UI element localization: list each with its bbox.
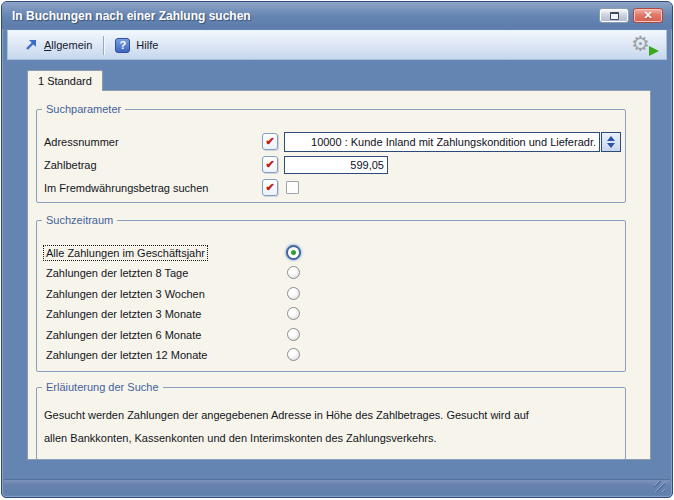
toolbar-item-hilfe[interactable]: ? Hilfe (109, 35, 164, 56)
period-option-label[interactable]: Zahlungen der letzten 6 Monate (44, 328, 203, 342)
dialog-window: In Buchungen nach einer Zahlung suchen ✕… (1, 1, 673, 498)
toolbar: Allgemein ? Hilfe ⚙ (7, 30, 667, 60)
spinner-down-icon (607, 143, 615, 148)
toolbar-item-label: Allgemein (44, 39, 92, 51)
address-combo: 10000 : Kunde Inland mit Zahlungskonditi… (284, 132, 621, 152)
radio-button[interactable] (287, 348, 300, 361)
period-option-label[interactable]: Zahlungen der letzten 12 Monate (44, 348, 209, 362)
help-icon: ? (115, 38, 130, 53)
address-label: Adressnummer (44, 136, 262, 148)
period-option-label[interactable]: Zahlungen der letzten 3 Wochen (44, 287, 207, 301)
radio-button-selected[interactable] (286, 245, 301, 260)
gear-icon: ⚙ (631, 31, 650, 57)
foreign-currency-label: Im Fremdwährungsbetrag suchen (44, 182, 262, 194)
amount-label: Zahlbetrag (44, 159, 262, 171)
window-controls: ✕ (599, 8, 663, 23)
field-active-check-icon[interactable]: ✔ (262, 179, 278, 196)
period-option-label[interactable]: Zahlungen der letzten 3 Monate (44, 307, 203, 321)
period-option-row: Zahlungen der letzten 6 Monate (44, 324, 300, 344)
groupbox-legend: Suchzeitraum (42, 213, 117, 227)
groupbox-legend: Erläiuterung der Suche (42, 380, 163, 394)
address-spinner-button[interactable] (601, 132, 621, 152)
period-option-row: Zahlungen der letzten 8 Tage (44, 262, 300, 282)
toolbar-item-label: Hilfe (136, 39, 158, 51)
address-combo-value[interactable]: 10000 : Kunde Inland mit Zahlungskonditi… (284, 132, 600, 152)
tab-standard[interactable]: 1 Standard (27, 70, 103, 91)
period-option-label[interactable]: Alle Zahlungen im Geschäftsjahr (44, 246, 207, 260)
arrow-up-right-icon (24, 38, 38, 52)
amount-input[interactable]: 599,05 (284, 156, 388, 174)
close-icon: ✕ (643, 9, 652, 22)
field-active-check-icon[interactable]: ✔ (262, 156, 278, 173)
tab-content-panel: Suchparameter Adressnummer ✔ 10000 : Kun… (27, 90, 651, 460)
period-option-row: Zahlungen der letzten 3 Wochen (44, 283, 300, 303)
period-option-label[interactable]: Zahlungen der letzten 8 Tage (44, 266, 190, 280)
spinner-up-icon (607, 136, 615, 141)
run-settings-button[interactable]: ⚙ (631, 32, 658, 58)
restore-button[interactable] (599, 8, 629, 23)
green-play-icon (649, 46, 659, 56)
field-active-check-icon[interactable]: ✔ (262, 133, 278, 150)
radio-button[interactable] (287, 287, 300, 300)
toolbar-separator (103, 36, 104, 55)
address-row: Adressnummer ✔ 10000 : Kunde Inland mit … (44, 131, 621, 152)
explanation-text-line: Gesucht werden Zahlungen der angegebenen… (44, 409, 529, 421)
groupbox-erlaeuterung: Erläiuterung der Suche Gesucht werden Za… (36, 387, 626, 460)
groupbox-suchparameter: Suchparameter Adressnummer ✔ 10000 : Kun… (36, 109, 626, 203)
toolbar-item-allgemein[interactable]: Allgemein (18, 35, 98, 55)
groupbox-suchzeitraum: Suchzeitraum Alle Zahlungen im Geschäfts… (36, 220, 626, 372)
foreign-currency-row: Im Fremdwährungsbetrag suchen ✔ (44, 177, 621, 198)
radio-button[interactable] (287, 307, 300, 320)
resize-grip[interactable] (654, 481, 665, 492)
restore-icon (610, 12, 619, 20)
window-title: In Buchungen nach einer Zahlung suchen (12, 9, 599, 23)
close-button[interactable]: ✕ (633, 8, 663, 23)
title-bar[interactable]: In Buchungen nach einer Zahlung suchen ✕ (2, 2, 672, 29)
explanation-text-line: allen Bankkonten, Kassenkonten und den I… (44, 432, 437, 444)
period-option-row: Alle Zahlungen im Geschäftsjahr (44, 242, 301, 262)
radio-button[interactable] (287, 266, 300, 279)
period-option-row: Zahlungen der letzten 3 Monate (44, 303, 300, 323)
foreign-currency-checkbox[interactable] (286, 181, 299, 194)
radio-button[interactable] (287, 328, 300, 341)
period-option-row: Zahlungen der letzten 12 Monate (44, 344, 300, 364)
amount-row: Zahlbetrag ✔ 599,05 (44, 154, 621, 175)
status-bar (4, 479, 670, 495)
groupbox-legend: Suchparameter (42, 102, 125, 116)
